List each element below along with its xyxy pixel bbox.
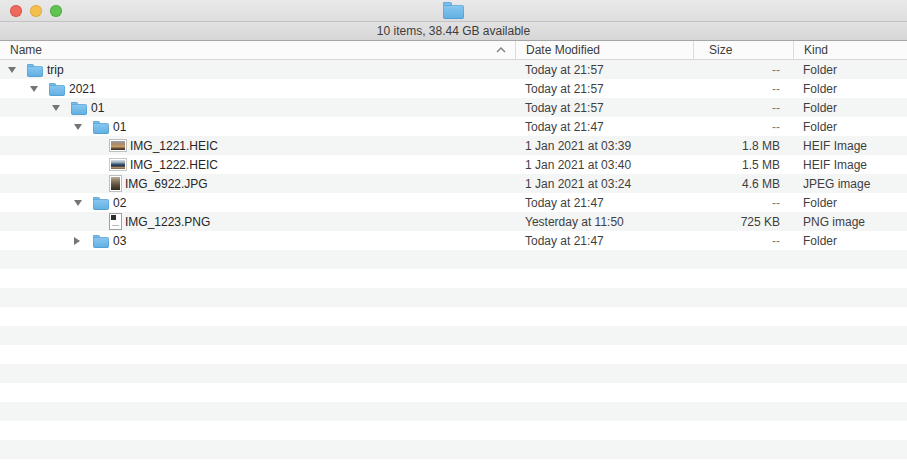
- row-size: 1.8 MB: [693, 139, 793, 153]
- row-date-modified: 1 Jan 2021 at 03:24: [515, 177, 693, 191]
- table-row[interactable]: 02 Today at 21:47 -- Folder: [0, 193, 907, 212]
- row-name: IMG_1221.HEIC: [130, 139, 218, 153]
- row-kind: Folder: [793, 234, 907, 248]
- column-header-kind-label: Kind: [804, 43, 828, 57]
- row-name: 02: [113, 196, 126, 210]
- folder-icon: [93, 123, 109, 134]
- row-size: 1.5 MB: [693, 158, 793, 172]
- row-kind: HEIF Image: [793, 139, 907, 153]
- row-name-cell: IMG_6922.JPG: [0, 174, 515, 193]
- row-date-modified: Today at 21:57: [515, 82, 693, 96]
- row-kind: HEIF Image: [793, 158, 907, 172]
- folder-icon: [93, 237, 109, 248]
- row-kind: Folder: [793, 120, 907, 134]
- folder-icon[interactable]: [443, 5, 464, 19]
- row-kind: JPEG image: [793, 177, 907, 191]
- row-name-cell: 01: [0, 98, 515, 117]
- row-name: IMG_6922.JPG: [125, 177, 208, 191]
- sort-ascending-icon: [496, 47, 506, 53]
- row-name-cell: 02: [0, 193, 515, 212]
- folder-icon: [71, 104, 87, 115]
- row-date-modified: Yesterday at 11:50: [515, 215, 693, 229]
- row-size: --: [693, 234, 793, 248]
- photo-thumbnail-icon: [110, 140, 126, 151]
- column-header-name-label: Name: [10, 43, 42, 57]
- row-name-cell: IMG_1221.HEIC: [0, 136, 515, 155]
- disclosure-triangle[interactable]: [52, 105, 65, 111]
- table-row[interactable]: 01 Today at 21:57 -- Folder: [0, 98, 907, 117]
- row-date-modified: Today at 21:47: [515, 234, 693, 248]
- disclosure-triangle[interactable]: [74, 124, 87, 130]
- table-row[interactable]: IMG_1223.PNG Yesterday at 11:50 725 KB P…: [0, 212, 907, 231]
- row-name-cell: trip: [0, 60, 515, 79]
- row-size: --: [693, 63, 793, 77]
- row-name: 2021: [69, 82, 96, 96]
- photo-thumbnail-icon: [110, 159, 126, 170]
- column-header-size-label: Size: [709, 43, 732, 57]
- row-name: IMG_1222.HEIC: [130, 158, 218, 172]
- folder-icon: [27, 66, 43, 77]
- row-name: 01: [91, 101, 104, 115]
- disclosure-triangle[interactable]: [74, 237, 87, 245]
- screenshot-thumbnail-icon: [110, 214, 121, 229]
- row-date-modified: Today at 21:47: [515, 196, 693, 210]
- row-size: 725 KB: [693, 215, 793, 229]
- table-row[interactable]: 2021 Today at 21:57 -- Folder: [0, 79, 907, 98]
- table-row[interactable]: 01 Today at 21:47 -- Folder: [0, 117, 907, 136]
- row-kind: Folder: [793, 63, 907, 77]
- row-name: trip: [47, 63, 64, 77]
- disclosure-triangle[interactable]: [30, 86, 43, 92]
- row-date-modified: 1 Jan 2021 at 03:40: [515, 158, 693, 172]
- row-kind: PNG image: [793, 215, 907, 229]
- row-kind: Folder: [793, 196, 907, 210]
- table-row[interactable]: IMG_6922.JPG 1 Jan 2021 at 03:24 4.6 MB …: [0, 174, 907, 193]
- column-header-date-modified[interactable]: Date Modified: [515, 41, 693, 59]
- folder-icon: [49, 85, 65, 96]
- file-list: trip Today at 21:57 -- Folder 2021 Today…: [0, 60, 907, 461]
- title-bar[interactable]: [0, 0, 907, 22]
- finder-window: 10 items, 38.44 GB available Name Date M…: [0, 0, 907, 462]
- row-name-cell: 01: [0, 117, 515, 136]
- column-headers: Name Date Modified Size Kind: [0, 41, 907, 60]
- row-size: --: [693, 196, 793, 210]
- row-name: 01: [113, 120, 126, 134]
- table-row[interactable]: IMG_1222.HEIC 1 Jan 2021 at 03:40 1.5 MB…: [0, 155, 907, 174]
- row-date-modified: 1 Jan 2021 at 03:39: [515, 139, 693, 153]
- row-name-cell: 03: [0, 231, 515, 250]
- row-name: 03: [113, 234, 126, 248]
- row-name-cell: 2021: [0, 79, 515, 98]
- disclosure-triangle[interactable]: [8, 67, 21, 73]
- row-size: --: [693, 82, 793, 96]
- column-header-kind[interactable]: Kind: [793, 41, 907, 59]
- table-row[interactable]: IMG_1221.HEIC 1 Jan 2021 at 03:39 1.8 MB…: [0, 136, 907, 155]
- disclosure-triangle[interactable]: [74, 200, 87, 206]
- photo-thumbnail-icon: [110, 176, 121, 191]
- status-bar: 10 items, 38.44 GB available: [0, 22, 907, 41]
- status-text: 10 items, 38.44 GB available: [377, 24, 530, 38]
- table-row[interactable]: 03 Today at 21:47 -- Folder: [0, 231, 907, 250]
- row-name-cell: IMG_1222.HEIC: [0, 155, 515, 174]
- proxy-icon-container: [0, 2, 907, 19]
- table-row[interactable]: trip Today at 21:57 -- Folder: [0, 60, 907, 79]
- row-size: --: [693, 101, 793, 115]
- row-kind: Folder: [793, 101, 907, 115]
- row-date-modified: Today at 21:47: [515, 120, 693, 134]
- row-kind: Folder: [793, 82, 907, 96]
- folder-icon: [93, 199, 109, 210]
- row-name-cell: IMG_1223.PNG: [0, 212, 515, 231]
- row-size: --: [693, 120, 793, 134]
- row-date-modified: Today at 21:57: [515, 101, 693, 115]
- row-name: IMG_1223.PNG: [125, 215, 210, 229]
- column-header-date-label: Date Modified: [526, 43, 600, 57]
- row-size: 4.6 MB: [693, 177, 793, 191]
- row-date-modified: Today at 21:57: [515, 63, 693, 77]
- column-header-size[interactable]: Size: [693, 41, 793, 59]
- column-header-name[interactable]: Name: [0, 41, 515, 59]
